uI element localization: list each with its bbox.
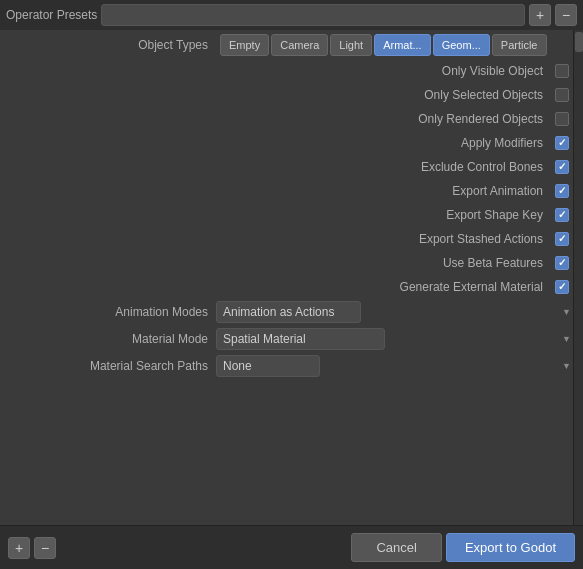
checkbox-label-6: Export Shape Key: [6, 208, 551, 222]
checkbox-wrapper-1: [551, 84, 573, 106]
scroll-thumb[interactable]: [575, 32, 583, 52]
checkbox-7[interactable]: [555, 232, 569, 246]
checkbox-wrapper-4: [551, 156, 573, 178]
checkbox-label-8: Use Beta Features: [6, 256, 551, 270]
checkbox-label-0: Only Visible Object: [6, 64, 551, 78]
checkbox-wrapper-5: [551, 180, 573, 202]
checkbox-wrapper-7: [551, 228, 573, 250]
checkbox-5[interactable]: [555, 184, 569, 198]
object-types-label: Object Types: [6, 38, 216, 52]
cancel-button[interactable]: Cancel: [351, 533, 441, 562]
checkbox-wrapper-8: [551, 252, 573, 274]
bottom-remove-button[interactable]: −: [34, 537, 56, 559]
checkbox-row-3: Apply Modifiers: [6, 132, 577, 154]
checkbox-3[interactable]: [555, 136, 569, 150]
checkbox-2[interactable]: [555, 112, 569, 126]
checkbox-9[interactable]: [555, 280, 569, 294]
dropdown-row-2: Material Search PathsNoneLocal PathsProj…: [6, 354, 577, 378]
tab-armat[interactable]: Armat...: [374, 34, 431, 56]
checkbox-container: Only Visible ObjectOnly Selected Objects…: [6, 60, 577, 300]
checkbox-wrapper-3: [551, 132, 573, 154]
checkbox-label-9: Generate External Material: [6, 280, 551, 294]
checkbox-label-3: Apply Modifiers: [6, 136, 551, 150]
dropdown-select-0[interactable]: Animation as ActionsScene TimeActions as…: [216, 301, 361, 323]
dropdown-wrapper-0: Animation as ActionsScene TimeActions as…: [216, 301, 577, 323]
export-button[interactable]: Export to Godot: [446, 533, 575, 562]
checkbox-label-2: Only Rendered Objects: [6, 112, 551, 126]
checkbox-0[interactable]: [555, 64, 569, 78]
object-types-tabs: Empty Camera Light Armat... Geom... Part…: [220, 34, 547, 56]
dropdown-wrapper-1: Spatial MaterialUnshaded MaterialPhysica…: [216, 328, 577, 350]
checkbox-row-4: Exclude Control Bones: [6, 156, 577, 178]
checkbox-8[interactable]: [555, 256, 569, 270]
dropdown-row-0: Animation ModesAnimation as ActionsScene…: [6, 300, 577, 324]
top-bar: Operator Presets + −: [0, 0, 583, 30]
checkbox-row-9: Generate External Material: [6, 276, 577, 298]
bottom-bar: + − Cancel Export to Godot: [0, 525, 583, 569]
tab-particle[interactable]: Particle: [492, 34, 547, 56]
checkbox-wrapper-2: [551, 108, 573, 130]
content-area: Object Types Empty Camera Light Armat...…: [0, 30, 583, 525]
dropdown-label-0: Animation Modes: [6, 305, 216, 319]
checkbox-label-7: Export Stashed Actions: [6, 232, 551, 246]
dropdown-row-1: Material ModeSpatial MaterialUnshaded Ma…: [6, 327, 577, 351]
checkbox-row-8: Use Beta Features: [6, 252, 577, 274]
dropdown-container: Animation ModesAnimation as ActionsScene…: [6, 300, 577, 381]
bottom-add-button[interactable]: +: [8, 537, 30, 559]
tab-geom[interactable]: Geom...: [433, 34, 490, 56]
tab-empty[interactable]: Empty: [220, 34, 269, 56]
checkbox-row-7: Export Stashed Actions: [6, 228, 577, 250]
checkbox-row-2: Only Rendered Objects: [6, 108, 577, 130]
checkbox-row-5: Export Animation: [6, 180, 577, 202]
tab-light[interactable]: Light: [330, 34, 372, 56]
preset-dropdown[interactable]: [101, 4, 525, 26]
checkbox-row-6: Export Shape Key: [6, 204, 577, 226]
preset-label: Operator Presets: [6, 8, 97, 22]
tab-camera[interactable]: Camera: [271, 34, 328, 56]
checkbox-row-0: Only Visible Object: [6, 60, 577, 82]
dropdown-select-2[interactable]: NoneLocal PathsProject Paths: [216, 355, 320, 377]
scrollbar[interactable]: [573, 30, 583, 525]
checkbox-6[interactable]: [555, 208, 569, 222]
dropdown-select-1[interactable]: Spatial MaterialUnshaded MaterialPhysica…: [216, 328, 385, 350]
checkbox-wrapper-0: [551, 60, 573, 82]
checkbox-4[interactable]: [555, 160, 569, 174]
add-preset-button[interactable]: +: [529, 4, 551, 26]
bottom-left: + −: [8, 537, 56, 559]
dropdown-label-2: Material Search Paths: [6, 359, 216, 373]
dropdown-wrapper-2: NoneLocal PathsProject Paths: [216, 355, 577, 377]
dropdown-label-1: Material Mode: [6, 332, 216, 346]
remove-preset-button[interactable]: −: [555, 4, 577, 26]
checkbox-wrapper-9: [551, 276, 573, 298]
checkbox-label-1: Only Selected Objects: [6, 88, 551, 102]
checkbox-label-5: Export Animation: [6, 184, 551, 198]
object-types-row: Object Types Empty Camera Light Armat...…: [6, 34, 577, 56]
checkbox-label-4: Exclude Control Bones: [6, 160, 551, 174]
checkbox-1[interactable]: [555, 88, 569, 102]
checkbox-row-1: Only Selected Objects: [6, 84, 577, 106]
checkbox-wrapper-6: [551, 204, 573, 226]
